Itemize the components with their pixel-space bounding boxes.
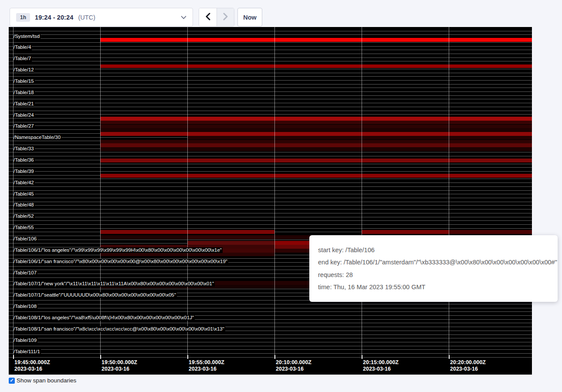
heat-band: [187, 241, 274, 245]
row-label: /Table/21: [14, 101, 35, 107]
span-boundary-line: [9, 88, 532, 88]
column-boundary-line: [187, 27, 188, 358]
now-button[interactable]: Now: [237, 8, 262, 27]
tooltip-time: time: Thu, 16 Mar 2023 19:55:00 GMT: [318, 284, 549, 291]
chevron-down-icon: [181, 16, 186, 19]
row-label: /Table/107/1/"seattle"/"UUUUUUD\x00\x80\…: [14, 292, 177, 298]
axis-date-label: 2023-03-16: [363, 366, 391, 372]
span-boundary-line: [9, 304, 532, 304]
row-label: /Table/106: [14, 236, 37, 242]
span-boundary-line: [9, 152, 532, 152]
row-label: /Table/52: [14, 213, 35, 219]
span-boundary-line: [9, 31, 532, 31]
row-label: /Table/24: [14, 112, 35, 118]
row-label: /Table/107/1/"new york"/"\x11\x11\x11\x1…: [14, 281, 215, 287]
span-boundary-line: [9, 91, 532, 92]
row-label: /Table/12: [14, 67, 35, 73]
span-boundary-line: [9, 73, 532, 73]
axis-tick: [187, 355, 188, 359]
row-label: /Table/33: [14, 146, 35, 152]
row-label: /Table/106/1/"los angeles"/"\x99\x99\x99…: [14, 247, 223, 253]
span-boundary-line: [9, 202, 532, 202]
column-boundary-line: [449, 27, 449, 358]
heat-band: [362, 230, 449, 234]
row-label: /NamespaceTable/30: [14, 135, 61, 140]
span-boundary-line: [9, 228, 532, 229]
span-boundary-line: [9, 335, 532, 335]
heat-band: [100, 159, 532, 162]
axis-time-label: 20:20:00.000Z: [450, 359, 486, 365]
span-boundary-line: [9, 156, 532, 156]
span-boundary-line: [9, 80, 532, 81]
span-boundary-line: [9, 308, 532, 308]
span-boundary-line: [9, 46, 532, 47]
heat-band: [100, 38, 532, 42]
keyvis-tooltip: start key: /Table/106 end key: /Table/10…: [309, 235, 558, 302]
span-boundary-line: [9, 164, 532, 164]
row-label: /Table/4: [14, 44, 32, 50]
span-boundary-line: [9, 342, 532, 342]
next-time-button[interactable]: [217, 8, 234, 26]
row-label: /Table/108/1/"los angeles"/"\xa8\xf5\u00…: [14, 315, 195, 321]
keyvis-canvas[interactable]: /System/tsd/Table/4/Table/7/Table/12/Tab…: [9, 27, 532, 375]
column-boundary-line: [100, 27, 101, 358]
row-label: /Table/55: [14, 225, 35, 230]
span-boundary-line: [9, 171, 532, 172]
axis-tick: [100, 355, 101, 359]
span-boundary-line: [9, 209, 532, 210]
heat-band: [100, 121, 532, 124]
span-boundary-line: [9, 84, 532, 84]
show-span-boundaries-checkbox[interactable]: ✓: [9, 378, 15, 384]
axis-time-label: 19:45:00.000Z: [14, 359, 50, 365]
heat-band: [100, 147, 532, 151]
axis-time-label: 20:10:00.000Z: [276, 359, 311, 365]
timezone-text: (UTC): [78, 14, 95, 21]
heat-band: [187, 235, 274, 239]
span-boundary-line: [9, 353, 532, 354]
span-boundary-line: [9, 224, 532, 225]
axis-time-label: 20:15:00.000Z: [363, 359, 399, 365]
span-boundary-line: [9, 107, 532, 107]
row-label: /Table/45: [14, 191, 35, 197]
prev-time-button[interactable]: [199, 8, 217, 26]
span-boundary-line: [9, 54, 532, 54]
axis-tick: [274, 355, 275, 359]
heat-band: [100, 143, 532, 147]
heat-band: [100, 140, 532, 143]
axis-time-label: 19:50:00.000Z: [102, 359, 137, 365]
axis-tick: [362, 355, 362, 359]
tooltip-start-key: start key: /Table/106: [318, 247, 549, 253]
axis-time-label: 19:55:00.000Z: [189, 359, 224, 365]
heat-band: [274, 249, 309, 253]
span-boundary-line: [9, 179, 532, 179]
show-span-boundaries-label: Show span boundaries: [17, 377, 76, 384]
span-boundary-line: [9, 69, 532, 69]
axis-tick: [449, 355, 450, 359]
span-boundary-line: [9, 61, 532, 61]
axis-date-label: 2023-03-16: [276, 366, 304, 372]
heat-band: [100, 174, 532, 178]
tooltip-end-key: end key: /Table/106/1/"amsterdam"/"\xb33…: [318, 259, 549, 266]
duration-badge: 1h: [16, 13, 30, 22]
chevron-right-icon: [223, 13, 228, 22]
row-label: /System/tsd: [14, 34, 41, 39]
heat-band: [100, 125, 532, 128]
row-label: /Table/42: [14, 180, 35, 186]
heat-band: [100, 128, 532, 132]
span-boundary-line: [9, 167, 532, 168]
row-label: /Table/109: [14, 338, 37, 343]
heat-band: [187, 136, 532, 139]
tooltip-requests: requests: 28: [318, 271, 549, 278]
span-boundary-line: [9, 42, 532, 43]
span-boundary-line: [9, 213, 532, 213]
row-label: /Table/48: [14, 202, 35, 208]
span-boundary-line: [9, 346, 532, 346]
row-label: /Table/107: [14, 270, 37, 276]
row-label: /Table/106/1/"san francisco"/"\x80\x00\x…: [14, 259, 228, 264]
heat-band: [274, 241, 309, 245]
span-boundary-line: [9, 103, 532, 103]
span-boundary-line: [9, 182, 532, 183]
show-span-boundaries-toggle[interactable]: ✓ Show span boundaries: [9, 377, 76, 384]
row-label: /Table/39: [14, 169, 35, 174]
time-range-selector[interactable]: 1h 19:24 - 20:24 (UTC): [10, 8, 193, 27]
